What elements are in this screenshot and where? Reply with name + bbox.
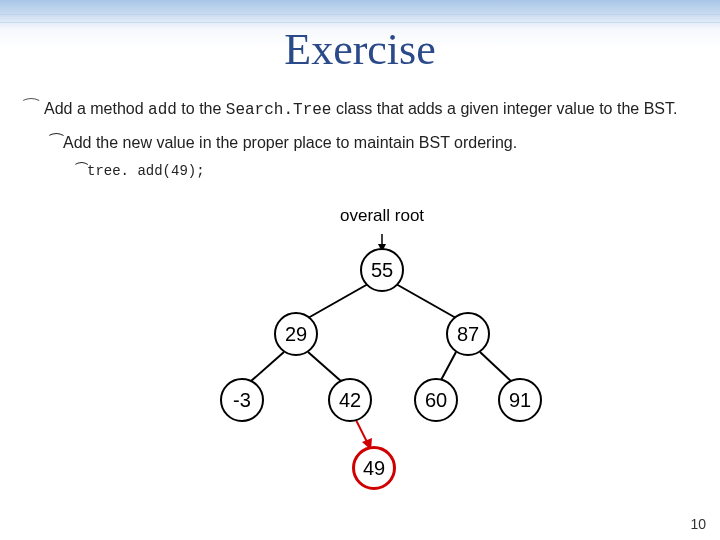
svg-line-2 [308,284,368,318]
svg-line-3 [396,284,456,318]
overall-root-label: overall root [340,206,424,226]
bullet-1-code-1: add [148,101,177,119]
tree-node-29: 29 [274,312,318,356]
tree-node-91: 91 [498,378,542,422]
svg-line-4 [250,352,284,382]
bullet-icon: ⁀ [50,134,63,151]
bullet-1-text-c: class that adds a given integer value to… [331,100,677,117]
bullet-icon: ⁀ [76,162,87,178]
bst-diagram: 55 29 87 -3 42 60 91 49 [150,234,570,494]
slide-title: Exercise [0,24,720,75]
page-number: 10 [690,516,706,532]
bullet-2: ⁀Add the new value in the proper place t… [50,132,696,154]
tree-node-49-new: 49 [352,446,396,490]
bullet-1-text-b: to the [177,100,226,117]
tree-node-60: 60 [414,378,458,422]
bullet-1: ⁀Add a method add to the Search.Tree cla… [24,96,696,122]
svg-line-6 [440,352,456,382]
tree-node-87: 87 [446,312,490,356]
bullet-icon: ⁀ [24,98,38,118]
tree-node-55: 55 [360,248,404,292]
tree-node-42: 42 [328,378,372,422]
tree-node-neg3: -3 [220,378,264,422]
bullet-2-text: Add the new value in the proper place to… [63,134,517,151]
bullet-3-code: tree. add(49); [87,163,205,179]
bullet-1-text-a: Add a method [44,100,148,117]
svg-line-7 [480,352,512,382]
bullet-1-code-2: Search.Tree [226,101,332,119]
body-content: ⁀Add a method add to the Search.Tree cla… [24,96,696,181]
bullet-3: ⁀tree. add(49); [76,161,696,181]
svg-line-5 [308,352,342,382]
